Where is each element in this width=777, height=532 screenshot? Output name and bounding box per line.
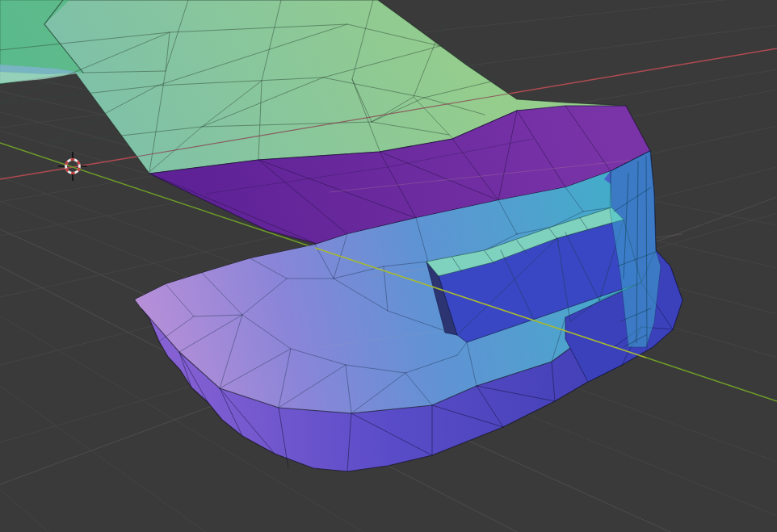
3d-viewport[interactable]: [0, 0, 777, 532]
viewport-canvas[interactable]: [0, 0, 777, 532]
